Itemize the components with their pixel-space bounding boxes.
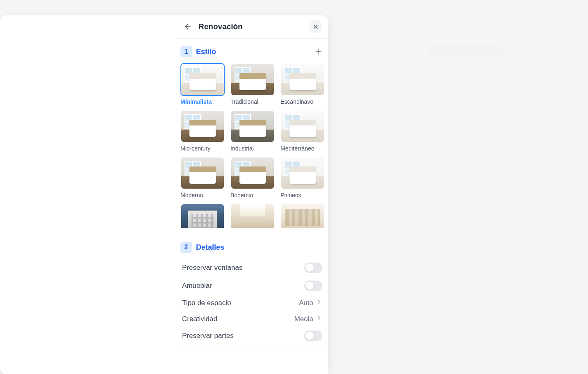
section-style-header: 1 Estilo bbox=[180, 43, 324, 63]
close-button[interactable] bbox=[309, 20, 322, 33]
renovation-panel: Renovación 1 Estilo MinimalistaTradicion… bbox=[176, 15, 328, 374]
detail-label: Tipo de espacio bbox=[182, 299, 231, 307]
style-label: Tradicional bbox=[230, 98, 275, 105]
back-button[interactable] bbox=[182, 21, 194, 32]
select-value: Media bbox=[294, 315, 322, 323]
style-option-item-10[interactable] bbox=[230, 203, 275, 228]
panel-header: Renovación bbox=[176, 15, 328, 39]
style-option-moderno[interactable]: Moderno bbox=[180, 157, 225, 198]
select-value-text: Auto bbox=[299, 299, 313, 307]
detail-label: Amueblar bbox=[182, 282, 212, 290]
detail-row-preservar-ventanas: Preservar ventanas bbox=[180, 259, 324, 277]
style-option-tradicional[interactable]: Tradicional bbox=[230, 63, 275, 105]
style-option-mediterráneo[interactable]: Mediterráneo bbox=[280, 110, 324, 152]
select-row-tipo-de-espacio[interactable]: Tipo de espacioAuto bbox=[180, 295, 324, 311]
style-thumbnail bbox=[180, 63, 225, 96]
chevron-right-icon bbox=[316, 299, 322, 307]
plus-icon bbox=[314, 48, 322, 56]
select-value-text: Media bbox=[294, 315, 313, 323]
style-option-industrial[interactable]: Industrial bbox=[230, 110, 275, 152]
style-thumbnail bbox=[180, 157, 225, 189]
details-rows: Preservar ventanasAmueblarTipo de espaci… bbox=[180, 259, 324, 345]
detail-label: Preservar partes bbox=[182, 332, 234, 340]
style-label: Escandinavo bbox=[280, 98, 324, 105]
toggle-amueblar[interactable] bbox=[304, 280, 322, 291]
style-thumbnail bbox=[280, 157, 324, 189]
style-option-escandinavo[interactable]: Escandinavo bbox=[280, 63, 324, 105]
style-label: Mid-century bbox=[180, 145, 225, 152]
style-label: Industrial bbox=[230, 145, 275, 152]
style-label: Pirineos bbox=[280, 192, 324, 198]
section-details-header: 2 Detalles bbox=[180, 239, 324, 259]
style-thumbnail bbox=[230, 203, 275, 228]
style-option-item-11[interactable] bbox=[280, 203, 324, 228]
section-details-title: Detalles bbox=[196, 243, 324, 252]
style-thumbnail bbox=[230, 157, 275, 189]
style-thumbnail bbox=[280, 203, 324, 228]
sidebar-placeholder bbox=[429, 43, 503, 56]
style-thumbnail bbox=[180, 203, 225, 228]
style-label: Mediterráneo bbox=[280, 145, 324, 152]
style-option-bohemio[interactable]: Bohemio bbox=[230, 157, 275, 198]
panel-title: Renovación bbox=[198, 22, 304, 31]
style-grid: MinimalistaTradicionalEscandinavoMid-cen… bbox=[180, 63, 324, 228]
toggle-preservar-ventanas[interactable] bbox=[304, 262, 322, 273]
style-label: Moderno bbox=[180, 192, 225, 198]
select-value: Auto bbox=[299, 299, 322, 307]
detail-label: Preservar ventanas bbox=[182, 264, 242, 272]
style-thumbnail bbox=[230, 110, 275, 143]
section-style-title: Estilo bbox=[196, 48, 308, 56]
style-option-item-9[interactable] bbox=[180, 203, 225, 228]
arrow-left-icon bbox=[184, 23, 192, 31]
style-option-minimalista[interactable]: Minimalista bbox=[180, 63, 225, 105]
step-badge-2: 2 bbox=[180, 242, 192, 253]
step-badge-1: 1 bbox=[180, 46, 192, 57]
style-option-mid-century[interactable]: Mid-century bbox=[180, 110, 225, 152]
style-label: Bohemio bbox=[230, 192, 275, 198]
detail-row-amueblar: Amueblar bbox=[180, 277, 324, 295]
style-thumbnail bbox=[280, 110, 324, 143]
section-details: 2 Detalles Preservar ventanasAmueblarTip… bbox=[176, 234, 328, 351]
style-label: Minimalista bbox=[180, 98, 225, 105]
style-thumbnail bbox=[230, 63, 275, 96]
chevron-right-icon bbox=[316, 315, 322, 323]
close-icon bbox=[312, 23, 319, 30]
select-row-creatividad[interactable]: CreatividadMedia bbox=[180, 311, 324, 327]
add-style-button[interactable] bbox=[312, 46, 324, 57]
section-style: 1 Estilo MinimalistaTradicionalEscandina… bbox=[176, 39, 328, 234]
style-option-pirineos[interactable]: Pirineos bbox=[280, 157, 324, 198]
style-thumbnail bbox=[180, 110, 225, 143]
detail-row-preservar-partes: Preservar partes bbox=[180, 327, 324, 345]
style-thumbnail bbox=[280, 63, 324, 96]
panel-body: 1 Estilo MinimalistaTradicionalEscandina… bbox=[176, 39, 328, 374]
detail-label: Creatividad bbox=[182, 315, 217, 323]
toggle-preservar-partes[interactable] bbox=[304, 331, 322, 341]
